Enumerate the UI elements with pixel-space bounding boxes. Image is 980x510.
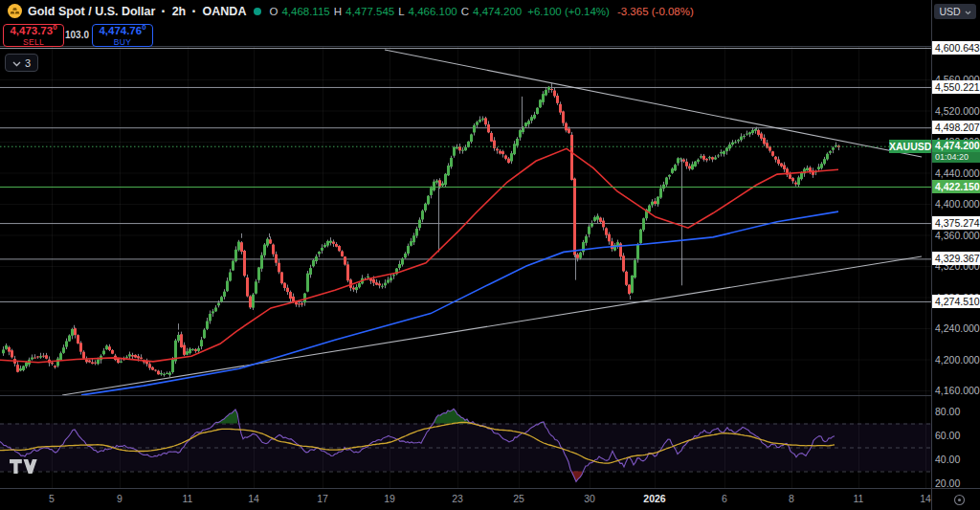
indicator-tick: 60.00 [935,430,960,441]
currency-selector[interactable]: USD [934,4,976,19]
candle-body [25,363,28,366]
candle-body [82,352,85,359]
candle-body [168,372,171,374]
time-axis[interactable]: 59111417192325302026681114 [0,489,931,510]
candle-body [154,370,157,371]
price-tick: 4,520.000 [935,105,980,117]
candle-body [547,87,550,90]
candle-body [16,365,19,372]
candle-body [588,227,590,234]
candle-body [312,260,315,266]
candle-body [186,351,189,354]
candle-body [625,272,628,285]
symbol-title[interactable]: Gold Spot / U.S. Dollar [28,5,155,18]
candle-body [51,363,54,364]
sell-button[interactable]: 4,473.730 SELL [3,24,64,47]
candle-body [596,216,599,220]
level-price-label: 4,498.207 [932,121,980,134]
candle-body [381,286,384,287]
candle-body [473,125,476,133]
trendline[interactable] [62,256,922,395]
candle-body [593,217,596,221]
candle-body [579,253,582,258]
interval-selector[interactable]: 2h [172,5,187,18]
candle-body [456,147,458,148]
candle-body [496,149,499,151]
time-tick: 5 [49,493,55,504]
candle-body [240,242,243,252]
candle-body [140,358,143,359]
candle-body [39,356,42,357]
candle-body [326,241,329,246]
candle-body [315,256,318,261]
candle-body [717,155,720,156]
candle-body [751,130,754,133]
candle-body [111,350,114,354]
candle-body [105,345,108,349]
candle-body [243,251,246,276]
candle-body [447,166,450,175]
main-chart[interactable] [0,0,980,510]
candle-body [573,179,576,255]
candle-body [542,94,545,102]
fast-ma-line[interactable] [0,148,838,362]
candle-body [539,100,542,107]
candle-body [809,167,812,171]
candle-body [590,223,593,226]
close-value: 4,474.200 [473,6,522,17]
drawings-toggle[interactable]: 3 [5,54,38,72]
candle-body [771,151,774,156]
candle-body [62,347,65,353]
candle-body [372,279,375,283]
close-label: C [461,6,469,17]
candle-body [226,281,229,292]
candle-body [197,348,200,351]
buy-pip-digit: 0 [142,23,145,32]
candle-body [11,350,13,357]
trendline[interactable] [385,50,922,157]
axis-settings-icon[interactable] [953,493,966,510]
candle-body [461,150,464,151]
candle-body [97,360,100,365]
candle-body [789,174,791,178]
trading-chart-app: { "header": { "symbol": "Gold Spot / U.S… [0,0,980,510]
price-tick: 4,160.000 [935,385,980,396]
candle-body [671,168,674,173]
time-tick: 11 [183,493,193,504]
level-price-label: 4,329.367 [932,252,980,265]
candle-body [668,175,671,177]
price-axis[interactable]: USD 4,474.200 01:04:20 4,422.150 4,560.0… [931,0,980,510]
candle-body [806,168,809,171]
candle-body [375,282,378,285]
candle-body [194,349,197,351]
candle-body [36,356,39,357]
candle-body [453,147,456,156]
candle-body [390,277,392,280]
candle-body [444,174,447,185]
candle-body [659,188,662,198]
candle-body [74,328,77,335]
candle-body [763,138,766,144]
market-status-icon[interactable] [254,8,261,15]
candle-body [636,244,639,259]
candle-body [392,275,395,276]
candle-body [252,295,255,308]
candle-body [19,368,22,370]
indicator-tick: 20.00 [935,477,960,489]
candle-body [691,165,694,170]
buy-button[interactable]: 4,474.760 BUY [92,24,153,47]
candle-body [206,322,209,329]
high-value: 4,477.545 [345,6,394,17]
candle-body [171,360,174,372]
alert-price-flag: 4,422.150 [932,180,980,193]
candle-body [714,157,717,159]
tradingview-watermark-icon [10,459,38,477]
time-tick: 30 [584,493,595,504]
candle-body [631,276,634,293]
candle-body [507,159,510,163]
candle-body [384,283,387,286]
spread-value: 103.0 [62,24,92,45]
candle-body [33,358,36,359]
time-tick: 17 [317,493,328,504]
secondary-change-value: -3.365 (-0.08%) [617,6,694,17]
